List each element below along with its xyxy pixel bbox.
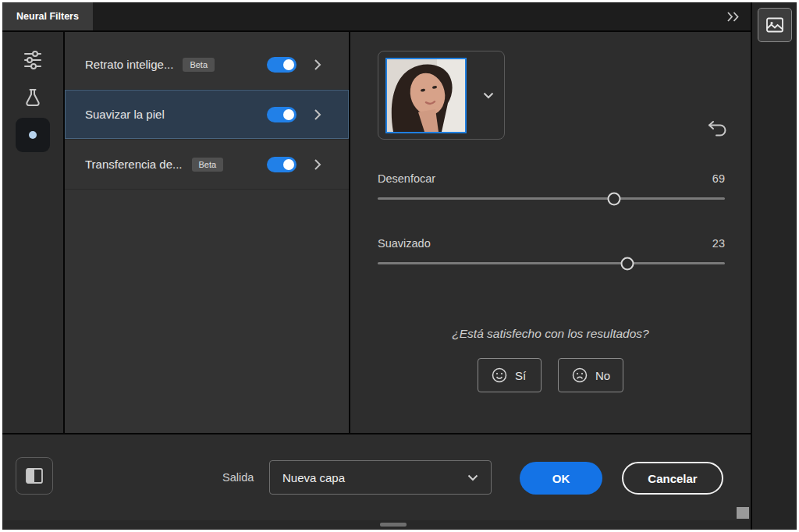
header: Neural Filters bbox=[2, 2, 751, 32]
filter-row-smart-portrait[interactable]: Retrato intelige... Beta bbox=[65, 40, 349, 90]
image-icon bbox=[765, 15, 785, 35]
beta-badge: Beta bbox=[183, 58, 215, 72]
chevron-right-icon[interactable] bbox=[314, 59, 321, 71]
chevron-down-icon bbox=[467, 474, 478, 481]
slider-smoothness: Suavizado 23 bbox=[378, 237, 725, 264]
panel-dock-strip bbox=[751, 2, 797, 530]
feedback-question: ¿Está satisfecho con los resultados? bbox=[350, 327, 751, 341]
slider-label: Suavizado bbox=[378, 237, 431, 250]
horizontal-scrollbar-thumb[interactable] bbox=[380, 523, 407, 527]
portrait-thumbnail-image bbox=[385, 58, 467, 133]
frown-icon bbox=[571, 367, 588, 384]
filter-toggle[interactable] bbox=[267, 57, 297, 73]
neural-filters-window: Neural Filters bbox=[0, 0, 799, 532]
slider-head: Suavizado 23 bbox=[378, 237, 725, 250]
tab-label: Neural Filters bbox=[16, 11, 79, 22]
slider-label: Desenfocar bbox=[378, 172, 435, 185]
filter-row-skin-smoothing[interactable]: Suavizar la piel bbox=[65, 90, 349, 140]
smile-icon bbox=[491, 367, 508, 384]
neural-filters-panel-button[interactable] bbox=[758, 8, 792, 42]
feedback-buttons: Sí No bbox=[350, 358, 751, 392]
output-selected-value: Nueva capa bbox=[282, 471, 345, 484]
reset-icon bbox=[707, 119, 728, 139]
main-panel: Neural Filters bbox=[2, 2, 751, 530]
feedback-yes-label: Sí bbox=[515, 369, 526, 382]
horizontal-scrollbar[interactable] bbox=[2, 520, 751, 530]
footer-bar: Salida Nueva capa OK Cancelar bbox=[2, 433, 751, 520]
split-view-icon bbox=[24, 466, 44, 485]
filter-list: Retrato intelige... Beta Suavizar la pie… bbox=[65, 32, 350, 433]
scrollbar-corner[interactable] bbox=[737, 507, 749, 519]
app-frame: Neural Filters bbox=[2, 2, 797, 530]
slider-value: 23 bbox=[712, 237, 725, 250]
chevron-down-icon[interactable] bbox=[483, 88, 494, 102]
chevron-right-icon[interactable] bbox=[314, 108, 321, 121]
slider-handle[interactable] bbox=[607, 192, 620, 205]
slider-handle[interactable] bbox=[621, 257, 634, 270]
reset-filter-button[interactable] bbox=[705, 118, 729, 140]
chevron-right-icon[interactable] bbox=[314, 158, 321, 171]
category-sidebar bbox=[2, 32, 65, 433]
filter-row-makeup-transfer[interactable]: Transferencia de... Beta bbox=[65, 140, 349, 190]
flask-icon bbox=[23, 87, 42, 108]
slider-value: 69 bbox=[712, 172, 725, 185]
feedback-no-button[interactable]: No bbox=[558, 358, 623, 392]
ok-button[interactable]: OK bbox=[520, 462, 602, 495]
portrait-selector bbox=[378, 51, 505, 140]
slider-track[interactable] bbox=[378, 197, 725, 200]
portrait-illustration bbox=[387, 59, 465, 132]
sidebar-item-beta-filters[interactable] bbox=[16, 80, 50, 115]
output-select[interactable]: Nueva capa bbox=[269, 460, 492, 495]
sidebar-item-all-filters[interactable] bbox=[16, 43, 50, 77]
output-label: Salida bbox=[222, 471, 254, 484]
filter-settings-panel: Desenfocar 69 Suavizado 23 bbox=[350, 32, 751, 433]
filter-toggle[interactable] bbox=[267, 107, 297, 122]
filter-label: Retrato intelige... bbox=[85, 58, 173, 71]
beta-badge: Beta bbox=[192, 158, 224, 172]
tab-neural-filters[interactable]: Neural Filters bbox=[2, 2, 93, 30]
feedback-no-label: No bbox=[595, 369, 610, 382]
sliders-icon bbox=[23, 50, 43, 70]
filter-label: Suavizar la piel bbox=[85, 108, 165, 121]
dot-icon bbox=[27, 129, 38, 140]
slider-head: Desenfocar 69 bbox=[378, 172, 725, 185]
cancel-button[interactable]: Cancelar bbox=[622, 462, 723, 495]
slider-track[interactable] bbox=[378, 262, 725, 264]
sidebar-item-featured[interactable] bbox=[16, 118, 50, 152]
preview-split-button[interactable] bbox=[16, 457, 53, 495]
content-area: Retrato intelige... Beta Suavizar la pie… bbox=[2, 32, 751, 433]
feedback-yes-button[interactable]: Sí bbox=[478, 358, 542, 392]
filter-toggle[interactable] bbox=[267, 157, 297, 172]
filter-label: Transferencia de... bbox=[85, 158, 183, 171]
collapse-panel-icon[interactable] bbox=[726, 2, 740, 30]
slider-blur: Desenfocar 69 bbox=[378, 172, 725, 200]
